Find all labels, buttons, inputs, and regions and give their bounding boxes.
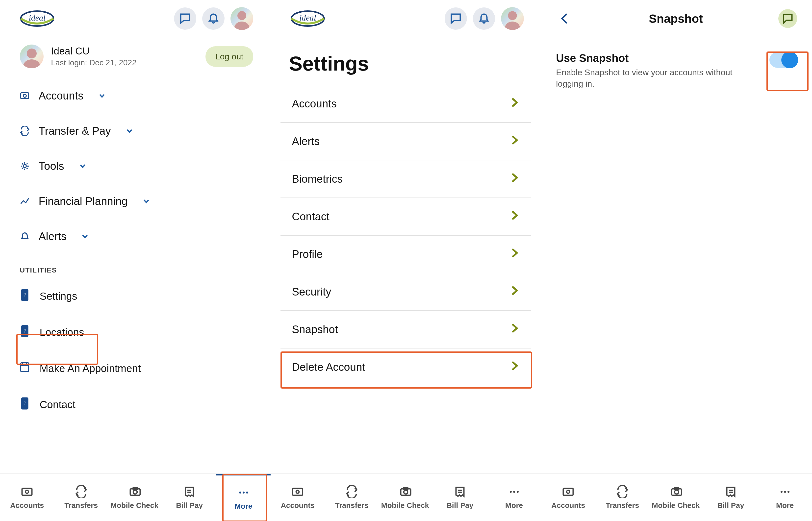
tab-bill-pay[interactable]: Bill Pay — [704, 474, 758, 521]
chevron-down-icon — [79, 160, 86, 172]
chevron-right-icon — [510, 135, 520, 148]
settings-delete-account[interactable]: Delete Account — [280, 348, 531, 386]
notifications-icon[interactable] — [473, 7, 495, 30]
settings-profile[interactable]: Profile — [280, 235, 531, 273]
menu-appointment[interactable]: Make An Appointment — [20, 350, 253, 387]
notifications-icon[interactable] — [202, 7, 225, 30]
messages-icon[interactable] — [778, 9, 797, 28]
nav-label: Transfer & Pay — [39, 125, 111, 137]
chevron-right-icon — [510, 361, 520, 373]
locations-phone-icon: ? — [20, 325, 30, 340]
snapshot-toggle-title: Use Snapshot — [556, 52, 734, 64]
nav-tools[interactable]: Tools — [20, 149, 253, 184]
svg-point-39 — [517, 491, 519, 493]
contact-phone-icon: ? — [20, 397, 30, 412]
logout-button[interactable]: Log out — [205, 46, 253, 67]
avatar[interactable] — [20, 45, 44, 68]
menu-label: Contact — [40, 399, 75, 411]
menu-settings[interactable]: ? Settings — [20, 278, 253, 314]
svg-point-48 — [784, 491, 786, 493]
tab-accounts[interactable]: Accounts — [271, 474, 325, 521]
svg-text:ideal: ideal — [29, 13, 46, 22]
nav-accounts[interactable]: Accounts — [20, 78, 253, 113]
tab-transfers[interactable]: Transfers — [595, 474, 650, 521]
settings-accounts[interactable]: Accounts — [280, 85, 531, 123]
svg-rect-11 — [21, 363, 29, 372]
chevron-down-icon — [126, 125, 133, 137]
row-label: Security — [292, 286, 331, 298]
tab-mobile-check-deposit[interactable]: Mobile Check D — [379, 474, 433, 521]
avatar[interactable] — [230, 7, 253, 30]
tab-more[interactable]: More — [217, 474, 271, 521]
chevron-down-icon — [81, 230, 89, 243]
page-title: Settings — [271, 37, 541, 83]
tab-transfers[interactable]: Transfers — [325, 474, 379, 521]
svg-point-29 — [508, 11, 517, 20]
chevron-right-icon — [510, 173, 520, 185]
tab-more[interactable]: More — [758, 474, 812, 521]
svg-point-41 — [567, 490, 570, 493]
row-label: Snapshot — [292, 323, 338, 336]
messages-icon[interactable] — [445, 7, 467, 30]
menu-label: Locations — [40, 326, 84, 338]
svg-point-3 — [27, 48, 37, 59]
back-button[interactable] — [556, 10, 573, 27]
topbar: Snapshot — [541, 0, 812, 37]
profile-name: Ideal CU — [51, 46, 136, 57]
nav-label: Alerts — [39, 230, 66, 243]
tabbar: Accounts Transfers Mobile Check D Bill P… — [0, 474, 271, 521]
tab-mobile-check-deposit[interactable]: Mobile Check D — [650, 474, 704, 521]
settings-security[interactable]: Security — [280, 273, 531, 311]
bell-icon — [20, 231, 30, 241]
screen-settings: ideal Settings Accounts Alerts Biometric… — [271, 0, 541, 521]
nav-transfer-pay[interactable]: Transfer & Pay — [20, 113, 253, 149]
page-title: Snapshot — [649, 12, 703, 25]
tab-more[interactable]: More — [487, 474, 541, 521]
chevron-right-icon — [510, 286, 520, 298]
svg-point-31 — [296, 490, 299, 493]
chevron-right-icon — [510, 97, 520, 110]
tab-mobile-check-deposit[interactable]: Mobile Check D — [108, 474, 162, 521]
menu-locations[interactable]: ? Locations — [20, 314, 253, 350]
svg-point-2 — [238, 11, 246, 20]
messages-icon[interactable] — [174, 7, 196, 30]
chart-icon — [20, 196, 30, 206]
chevron-down-icon — [142, 195, 150, 207]
topbar: ideal — [271, 0, 541, 37]
svg-point-38 — [513, 491, 515, 493]
nav-alerts[interactable]: Alerts — [20, 219, 253, 254]
svg-point-47 — [781, 491, 783, 493]
tab-transfers[interactable]: Transfers — [54, 474, 108, 521]
tab-accounts[interactable]: Accounts — [541, 474, 595, 521]
screen-snapshot: Snapshot Use Snapshot Enable Snapshot to… — [541, 0, 812, 521]
row-label: Profile — [292, 248, 323, 260]
snapshot-toggle-desc: Enable Snapshot to view your accounts wi… — [556, 67, 734, 90]
settings-snapshot[interactable]: Snapshot — [280, 311, 531, 348]
tabbar: Accounts Transfers Mobile Check D Bill P… — [541, 474, 812, 521]
tab-bill-pay[interactable]: Bill Pay — [162, 474, 217, 521]
nav-label: Accounts — [39, 90, 84, 102]
menu-contact[interactable]: ? Contact — [20, 387, 253, 423]
settings-alerts[interactable]: Alerts — [280, 123, 531, 160]
svg-text:ideal: ideal — [299, 13, 316, 22]
svg-rect-30 — [293, 488, 302, 495]
topbar: ideal — [0, 0, 271, 37]
settings-phone-icon: ? — [20, 289, 30, 304]
tab-accounts[interactable]: Accounts — [0, 474, 54, 521]
svg-rect-17 — [22, 488, 32, 495]
svg-point-49 — [788, 491, 789, 493]
snapshot-toggle[interactable] — [769, 52, 797, 68]
nav-label: Financial Planning — [39, 195, 128, 207]
accounts-icon — [20, 91, 30, 101]
row-label: Alerts — [292, 135, 320, 148]
row-label: Delete Account — [292, 361, 365, 373]
nav-financial-planning[interactable]: Financial Planning — [20, 184, 253, 219]
chevron-right-icon — [510, 248, 520, 260]
settings-contact[interactable]: Contact — [280, 198, 531, 235]
screen-more-menu: ideal Ideal CU Last login: — [0, 0, 271, 521]
settings-biometrics[interactable]: Biometrics — [280, 160, 531, 198]
svg-text:?: ? — [23, 292, 26, 297]
tab-bill-pay[interactable]: Bill Pay — [433, 474, 487, 521]
menu-label: Settings — [40, 290, 77, 302]
avatar[interactable] — [501, 7, 524, 30]
